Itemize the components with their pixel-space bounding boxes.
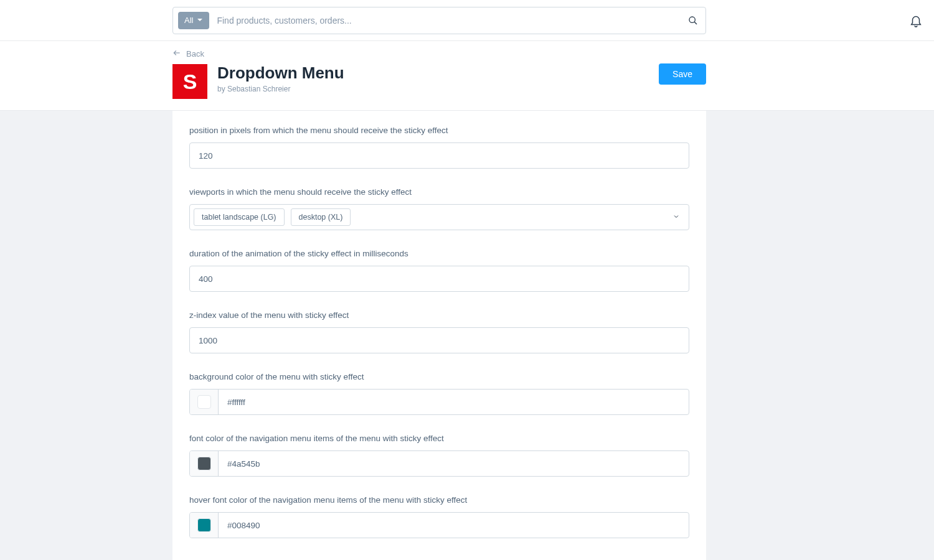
arrow-left-icon	[172, 49, 181, 59]
color-swatch	[197, 518, 211, 532]
sticky-hover-font-input[interactable]	[219, 521, 689, 530]
sticky-hover-font-label: hover font color of the navigation menu …	[189, 495, 689, 505]
save-button[interactable]: Save	[659, 63, 706, 85]
global-search[interactable]: All	[172, 7, 706, 34]
sticky-position-label: position in pixels from which the menu s…	[189, 126, 689, 135]
sticky-zindex-label: z-index value of the menu with sticky ef…	[189, 310, 689, 320]
search-filter-label: All	[184, 16, 193, 25]
page-title: Dropdown Menu	[217, 64, 344, 82]
chevron-down-icon	[672, 212, 680, 222]
extension-logo: S	[172, 64, 207, 99]
settings-card: position in pixels from which the menu s…	[172, 111, 706, 560]
sticky-bg-input[interactable]	[219, 398, 689, 407]
color-swatch	[197, 457, 211, 470]
sticky-position-input[interactable]	[189, 142, 689, 169]
sticky-duration-label: duration of the animation of the sticky …	[189, 249, 689, 258]
sticky-font-label: font color of the navigation menu items …	[189, 434, 689, 443]
sticky-hover-font-field[interactable]	[189, 512, 689, 538]
page-header: Back S Dropdown Menu by Sebastian Schrei…	[0, 41, 934, 111]
search-filter-dropdown[interactable]: All	[178, 12, 209, 29]
sticky-duration-input[interactable]	[189, 266, 689, 292]
sticky-bg-label: background color of the menu with sticky…	[189, 372, 689, 381]
sticky-viewports-select[interactable]: tablet landscape (LG) desktop (XL)	[189, 204, 689, 230]
svg-line-1	[694, 22, 697, 24]
viewport-tag[interactable]: desktop (XL)	[291, 208, 351, 226]
page-subtitle: by Sebastian Schreier	[217, 85, 344, 93]
back-label: Back	[186, 49, 204, 58]
search-input[interactable]	[209, 16, 681, 26]
back-link[interactable]: Back	[172, 49, 706, 59]
topbar: All	[0, 0, 934, 41]
page-body: position in pixels from which the menu s…	[0, 111, 934, 560]
sticky-bg-field[interactable]	[189, 389, 689, 415]
sticky-zindex-input[interactable]	[189, 327, 689, 353]
chevron-down-icon	[197, 16, 203, 25]
color-swatch-cell[interactable]	[190, 513, 219, 538]
color-swatch-cell[interactable]	[190, 451, 219, 476]
search-icon[interactable]	[681, 16, 705, 26]
sticky-font-input[interactable]	[219, 459, 689, 469]
sticky-viewports-label: viewports in which the menu should recei…	[189, 187, 689, 197]
notifications-bell-icon[interactable]	[909, 14, 923, 29]
svg-point-0	[689, 17, 695, 22]
color-swatch-cell[interactable]	[190, 390, 219, 414]
sticky-font-field[interactable]	[189, 450, 689, 477]
color-swatch	[197, 395, 211, 409]
viewport-tag[interactable]: tablet landscape (LG)	[194, 208, 285, 226]
